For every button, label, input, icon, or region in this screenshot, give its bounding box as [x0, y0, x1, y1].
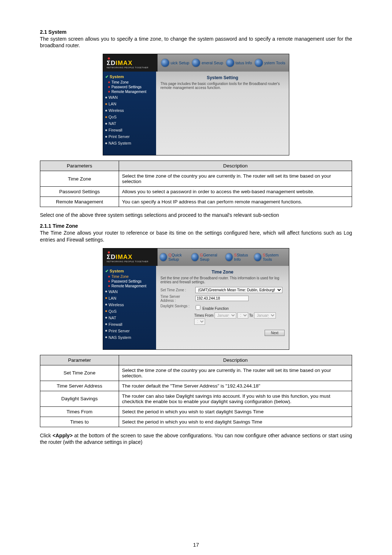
table-row: Time ZoneSelect the time zone of the cou…	[40, 171, 352, 187]
globe-icon	[226, 59, 234, 67]
router-screenshot-timezone: ΣDIMAX NETWORKING PEOPLE TOGETHER QQuick…	[103, 248, 289, 350]
label-to: To	[249, 313, 253, 317]
bullet-icon	[108, 280, 110, 282]
router-content-system: System Setting This page includes the ba…	[156, 72, 289, 155]
sidebar-sub-timezone[interactable]: Time Zone	[105, 80, 154, 85]
bullet-icon	[105, 336, 107, 338]
section-heading-system: 2.1 System	[40, 29, 352, 35]
table-row: Times toSelect the period in which you w…	[40, 417, 352, 427]
closing-paragraph: Click <Apply> at the bottom of the scree…	[40, 432, 352, 445]
bullet-icon	[105, 317, 107, 319]
table-header-parameter: Parameter	[40, 355, 119, 365]
bullet-icon	[105, 116, 107, 118]
bullet-icon	[108, 276, 110, 278]
section-heading-timezone: 2.1.1 Time Zone	[40, 223, 352, 229]
sidebar-wireless[interactable]: Wireless	[105, 107, 154, 114]
input-time-server[interactable]	[195, 296, 249, 301]
label-set-timezone: Set Time Zone :	[160, 288, 193, 292]
label-enable-function: Enable Function	[203, 307, 229, 311]
select-from-day[interactable]: 1	[237, 312, 248, 319]
sidebar-firewall[interactable]: Firewall	[105, 321, 154, 328]
table-row: Password SettingsAllows you to select a …	[40, 187, 352, 197]
sidebar-sub-remote[interactable]: Remote Management	[105, 89, 154, 94]
parameter-table-timezone: Parameter Description Set Time ZoneSelec…	[40, 355, 352, 427]
sidebar-qos[interactable]: QoS	[105, 308, 154, 315]
router-header: ΣDIMAX NETWORKING PEOPLE TOGETHER uick S…	[103, 54, 289, 72]
bullet-icon	[108, 81, 110, 83]
sidebar-lan[interactable]: LAN	[105, 295, 154, 301]
router-content-timezone: Time Zone Set the time zone of the Broad…	[156, 266, 289, 349]
bullet-icon	[105, 330, 107, 332]
sidebar-root-system[interactable]: System	[105, 269, 154, 274]
page-number: 17	[0, 542, 392, 548]
bullet-icon	[105, 129, 107, 131]
topbar-quick-setup[interactable]: uick Setup	[161, 59, 189, 67]
sidebar-nas[interactable]: NAS System	[105, 334, 154, 341]
bullet-icon	[105, 136, 107, 138]
logo-text: ΣDIMAX	[107, 254, 132, 260]
router-screenshot-system: ΣDIMAX NETWORKING PEOPLE TOGETHER uick S…	[103, 54, 289, 155]
bullet-icon	[105, 323, 107, 325]
bullet-icon	[105, 310, 107, 312]
content-title: Time Zone	[160, 270, 285, 275]
topbar-quick-setup[interactable]: QQuick Setup	[160, 253, 191, 262]
select-from-month[interactable]: January	[215, 312, 236, 319]
bullet-icon	[105, 123, 107, 125]
sidebar-root-system[interactable]: System	[105, 74, 154, 79]
select-timezone[interactable]: (GMT)Greenwich Mean Time: Dublin, Edinbu…	[195, 287, 282, 293]
content-description: Set the time zone of the Broadband route…	[160, 276, 285, 284]
bullet-icon	[105, 103, 107, 105]
label-daylight-savings: Daylight Savings :	[160, 304, 192, 308]
sidebar-wan[interactable]: WAN	[105, 288, 154, 295]
next-button[interactable]: Next	[265, 330, 285, 336]
bullet-icon	[105, 142, 107, 144]
checkbox-enable-daylight[interactable]	[196, 305, 200, 310]
topbar-general-setup[interactable]: eneral Seup	[192, 59, 223, 67]
table-row: Time Server AddressThe router default th…	[40, 381, 352, 391]
sidebar-nat[interactable]: NAT	[105, 120, 154, 127]
sidebar-wireless[interactable]: Wireless	[105, 301, 154, 308]
sidebar-sub-password[interactable]: Password Settings	[105, 85, 154, 89]
topbar-system-tools[interactable]: ystem Tools	[255, 59, 285, 67]
sidebar-nat[interactable]: NAT	[105, 315, 154, 321]
topbar-status-info[interactable]: SStatus Info	[225, 253, 254, 262]
topbar-system-tools[interactable]: SSystem Tools	[254, 253, 287, 262]
table-header-description: Description	[119, 355, 352, 365]
sidebar-sub-remote[interactable]: Remote Management	[105, 284, 154, 288]
label-time-server: Time Server Address :	[160, 295, 193, 303]
topbar-status-info[interactable]: tatus Info	[226, 59, 252, 67]
globe-icon	[161, 59, 169, 67]
bullet-icon	[105, 110, 107, 112]
sidebar-nas[interactable]: NAS System	[105, 140, 154, 146]
bullet-icon	[105, 291, 107, 292]
router-topbar: QQuick Setup GGeneral Seup SStatus Info …	[158, 248, 289, 266]
sidebar-sub-password[interactable]: Password Settings	[105, 279, 154, 284]
sidebar-wan[interactable]: WAN	[105, 94, 154, 101]
router-sidebar: System Time Zone Password Settings Remot…	[103, 72, 156, 155]
sidebar-firewall[interactable]: Firewall	[105, 127, 154, 133]
table-row: Times FromSelect the period in which you…	[40, 406, 352, 417]
section-intro-system: The system screen allows you to specify …	[40, 36, 352, 49]
router-sidebar: System Time Zone Password Settings Remot…	[103, 266, 156, 349]
globe-icon	[254, 253, 261, 261]
select-to-month[interactable]: January	[254, 312, 276, 319]
table-row: Set Time ZoneSelect the time zone of the…	[40, 365, 352, 381]
sidebar-sub-timezone[interactable]: Time Zone	[105, 274, 154, 279]
bullet-icon	[105, 297, 107, 299]
select-to-day[interactable]: 1	[194, 319, 205, 325]
sidebar-printserver[interactable]: Print Server	[105, 328, 154, 334]
bullet-icon	[105, 304, 107, 305]
globe-icon	[255, 59, 263, 67]
section-intro-timezone: The Time Zone allows your router to refe…	[40, 230, 352, 243]
topbar-general-setup[interactable]: GGeneral Seup	[191, 253, 225, 262]
sidebar-printserver[interactable]: Print Server	[105, 133, 154, 140]
system-followup-note: Select one of the above three system set…	[40, 212, 352, 218]
globe-icon	[192, 59, 200, 67]
content-title: System Setting	[160, 75, 285, 80]
label-times-from: Times From	[194, 313, 213, 317]
router-topbar: uick Setup eneral Seup tatus Info ystem …	[158, 54, 289, 72]
globe-icon	[160, 253, 167, 261]
bullet-icon	[108, 86, 110, 88]
sidebar-qos[interactable]: QoS	[105, 114, 154, 120]
sidebar-lan[interactable]: LAN	[105, 101, 154, 107]
